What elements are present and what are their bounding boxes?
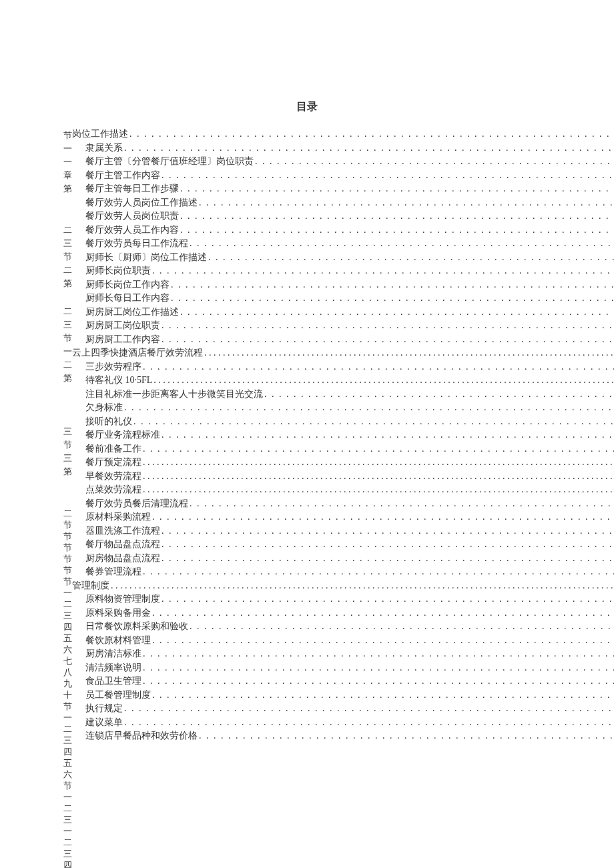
margin-number-block: 二三节一二第 — [63, 290, 72, 385]
toc-row: 餐厅主管〔分管餐厅值班经理〕岗位职责4 — [72, 155, 614, 169]
toc-row: 原材料采购流程12 — [72, 510, 614, 524]
toc-row: 厨师长岗位工作内容6 — [72, 278, 614, 292]
toc-leader-dots — [123, 401, 614, 415]
toc-leader-dots — [128, 127, 614, 141]
toc-row: 待客礼仪 10·5FL9 — [72, 374, 614, 388]
toc-leader-dots — [188, 620, 614, 634]
toc-entry-label: 日常餐饮原料采购和验收 — [85, 620, 188, 634]
margin-number-line: 一二 — [63, 345, 72, 372]
toc-row: 岗位工作描述4 — [72, 127, 614, 141]
toc-row: 连锁店早餐品种和效劳价格19 — [72, 729, 614, 743]
toc-leader-dots — [160, 538, 614, 552]
toc-leader-dots — [160, 319, 614, 333]
toc-row: 厨师长岗位职责6 — [72, 264, 614, 278]
margin-number-block: 二三节二第 — [63, 195, 72, 290]
toc-row: 餐厅效劳员每日工作流程6 — [72, 237, 614, 251]
toc-leader-dots — [179, 224, 614, 238]
toc-row: 建议菜单19 — [72, 716, 614, 730]
toc-row: 餐厅主管工作内容4 — [72, 169, 614, 183]
margin-number-line: 二三节 — [63, 224, 72, 264]
toc-row: 三步效劳程序8 — [72, 360, 614, 374]
toc-entry-label: 原料采购备用金 — [85, 606, 151, 620]
toc-entry-label: 接听的礼仪 — [85, 415, 132, 429]
toc-leader-dots — [179, 306, 614, 320]
margin-number-line: 第 — [63, 372, 72, 385]
toc-row: 餐厅效劳员餐后清理流程12 — [72, 497, 614, 511]
toc-leader-dots — [207, 251, 614, 265]
toc-row: 餐厅预定流程11 — [72, 456, 614, 470]
margin-number-line: 第 — [63, 277, 72, 290]
toc-leader-dots — [170, 278, 614, 292]
toc-row: 餐厅效劳人员岗位工作描述5 — [72, 196, 614, 210]
margin-number-line: 节一 — [63, 129, 72, 155]
toc-entry-label: 食品卫生管理 — [85, 675, 141, 689]
toc-entry-label: 厨房厨工岗位职责 — [85, 319, 160, 333]
toc-row: 欠身标准10 — [72, 401, 614, 415]
toc-row: 厨师长每日工作内容6 — [72, 292, 614, 306]
toc-entry-label: 岗位工作描述 — [72, 127, 128, 141]
margin-number-line: 三节三 — [63, 425, 72, 465]
toc-leader-dots — [198, 196, 614, 210]
toc-entry-label: 餐厅效劳员每日工作流程 — [85, 237, 188, 251]
toc-row: 器皿洗涤工作流程12 — [72, 524, 614, 538]
toc-row: 点菜效劳流程11 — [72, 483, 614, 497]
toc-entry-label: 厨房厨工工作内容 — [85, 333, 160, 347]
margin-number-line: 九十节一二 — [63, 678, 72, 735]
toc-entry-label: 点菜效劳流程 — [85, 483, 141, 497]
toc-entry-label: 清洁频率说明 — [85, 661, 141, 675]
toc-row: 隶属关系4 — [72, 141, 614, 155]
toc-entry-label: 餐前准备工作 — [85, 442, 141, 456]
toc-leader-dots — [160, 552, 614, 566]
toc-entry-label: 餐厅效劳人员岗位工作描述 — [85, 196, 198, 210]
margin-number-line: 三四五六一 — [63, 848, 72, 868]
toc-leader-dots — [123, 702, 614, 716]
toc-entry-label: 待客礼仪 10·5FL — [85, 374, 152, 388]
margin-number-line: 二节节节节 — [63, 508, 72, 564]
toc-entry-label: 执行规定 — [85, 702, 123, 716]
toc-leader-dots — [160, 428, 614, 442]
toc-entry-label: 管理制度 — [72, 579, 109, 593]
toc-leader-dots — [141, 442, 614, 456]
toc-leader-dots — [170, 292, 614, 306]
toc-row: 管理制度14 — [72, 579, 614, 593]
toc-entry-label: 厨师长岗位职责 — [85, 264, 151, 278]
toc-row: 餐厅业务流程标准10 — [72, 428, 614, 442]
toc-leader-dots — [141, 565, 614, 579]
toc-entry-label: 原材料采购流程 — [85, 510, 151, 524]
toc-row: 早餐效劳流程11 — [72, 470, 614, 484]
toc-leader-dots — [141, 456, 614, 470]
toc-row: 接听的礼仪10 — [72, 415, 614, 429]
margin-number-line: 章第 — [63, 169, 72, 195]
toc-leader-dots — [254, 155, 614, 169]
toc-entry-label: 餐厅效劳人员岗位职责 — [85, 209, 179, 224]
toc-row: 餐饮原材料管理14 — [72, 634, 614, 648]
toc-leader-dots — [109, 579, 614, 593]
toc-entry-label: 器皿洗涤工作流程 — [85, 524, 160, 538]
toc-entry-label: 连锁店早餐品种和效劳价格 — [85, 729, 198, 743]
toc-leader-dots — [151, 689, 614, 703]
toc-row: 云上四季快捷酒店餐厅效劳流程8 — [72, 346, 614, 360]
margin-number-line: 二 — [63, 264, 72, 277]
toc-entry-label: 餐厅主管〔分管餐厅值班经理〕岗位职责 — [85, 155, 254, 169]
toc-row: 餐券管理流程13 — [72, 565, 614, 579]
margin-number-line: 四五六七八 — [63, 621, 72, 678]
toc-row: 员工餐管理制度19 — [72, 689, 614, 703]
toc-row: 厨房清洁标准15 — [72, 647, 614, 661]
toc-entry-label: 厨师长岗位工作内容 — [85, 278, 170, 292]
toc-entry-label: 隶属关系 — [85, 141, 123, 155]
toc-entry-label: 三步效劳程序 — [85, 360, 141, 374]
toc-entry-label: 员工餐管理制度 — [85, 689, 151, 703]
toc-row: 注目礼标准一步距离客人十步微笑目光交流9 — [72, 388, 614, 402]
toc-entry-label: 餐饮原材料管理 — [85, 634, 151, 648]
toc-row: 餐厅效劳人员岗位职责5 — [72, 209, 614, 224]
margin-number-block: 节一一章第 — [63, 127, 72, 195]
toc-leader-dots — [141, 661, 614, 675]
toc-leader-dots — [203, 346, 614, 360]
toc-entry-label: 餐厅主管工作内容 — [85, 169, 160, 183]
toc-row: 厨房物品盘点流程13 — [72, 552, 614, 566]
toc-entry-label: 餐厅主管每日工作步骤 — [85, 182, 179, 196]
toc-entry-label: 餐厅效劳人员工作内容 — [85, 224, 179, 238]
toc-leader-dots — [198, 729, 614, 743]
toc-title: 目录 — [63, 100, 551, 114]
toc-list: 岗位工作描述4隶属关系4餐厅主管〔分管餐厅值班经理〕岗位职责4餐厅主管工作内容4… — [72, 127, 614, 743]
